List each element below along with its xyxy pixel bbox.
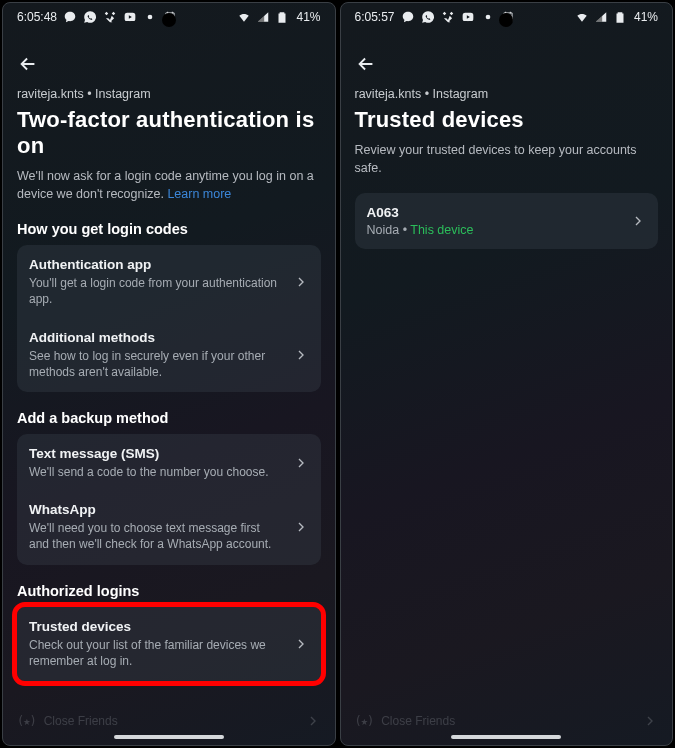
star-icon: (★) — [17, 714, 36, 728]
breadcrumb: raviteja.knts • Instagram — [355, 87, 659, 101]
tools-icon — [103, 10, 117, 24]
row-subtitle: We'll need you to choose text message fi… — [29, 520, 283, 552]
dot-separator: • — [399, 223, 410, 237]
status-time: 6:05:48 — [17, 10, 57, 24]
chevron-right-icon — [293, 347, 309, 363]
svg-point-0 — [148, 15, 153, 20]
row-subtitle: Check out your list of the familiar devi… — [29, 637, 283, 669]
back-button[interactable] — [17, 53, 39, 75]
row-title: Authentication app — [29, 257, 283, 272]
chevron-right-icon — [293, 455, 309, 471]
row-title: Text message (SMS) — [29, 446, 283, 461]
learn-more-link[interactable]: Learn more — [167, 187, 231, 201]
row-device[interactable]: A063 Noida • This device — [355, 193, 659, 249]
youtube-icon — [123, 10, 137, 24]
chevron-right-icon — [305, 713, 321, 729]
card-device: A063 Noida • This device — [355, 193, 659, 249]
status-time: 6:05:57 — [355, 10, 395, 24]
row-additional-methods[interactable]: Additional methods See how to log in sec… — [17, 320, 321, 392]
page-title: Trusted devices — [355, 107, 659, 133]
row-subtitle: We'll send a code to the number you choo… — [29, 464, 283, 480]
signal-icon — [256, 10, 270, 24]
nav-pill[interactable] — [451, 735, 561, 739]
nav-pill[interactable] — [114, 735, 224, 739]
row-sms[interactable]: Text message (SMS) We'll send a code to … — [17, 434, 321, 492]
section-authorized-logins: Authorized logins — [17, 583, 321, 599]
youtube-icon — [461, 10, 475, 24]
camera-punch — [499, 13, 513, 27]
battery-percent: 41% — [296, 10, 320, 24]
device-name: A063 — [367, 205, 621, 220]
phone-right: 6:05:57 41% raviteja.knts • Instagram Tr… — [340, 2, 674, 746]
signal-icon — [594, 10, 608, 24]
dot-icon — [143, 10, 157, 24]
camera-punch — [162, 13, 176, 27]
page-description: We'll now ask for a login code anytime y… — [17, 167, 321, 203]
section-backup-method: Add a backup method — [17, 410, 321, 426]
screen-content: raviteja.knts • Instagram Trusted device… — [341, 31, 673, 745]
faint-overlay-row: (★) Close Friends — [341, 713, 673, 729]
chevron-right-icon — [630, 213, 646, 229]
svg-point-1 — [485, 15, 490, 20]
chat-icon — [63, 10, 77, 24]
tools-icon — [441, 10, 455, 24]
row-title: Trusted devices — [29, 619, 283, 634]
this-device-label: This device — [410, 223, 473, 237]
card-backup-methods: Text message (SMS) We'll send a code to … — [17, 434, 321, 565]
wifi-icon — [237, 10, 251, 24]
card-trusted-devices: Trusted devices Check out your list of t… — [17, 607, 321, 681]
star-icon: (★) — [355, 714, 374, 728]
screen-content: raviteja.knts • Instagram Two-factor aut… — [3, 31, 335, 745]
battery-percent: 41% — [634, 10, 658, 24]
card-login-codes: Authentication app You'll get a login co… — [17, 245, 321, 392]
page-description: Review your trusted devices to keep your… — [355, 141, 659, 177]
whatsapp-icon — [83, 10, 97, 24]
chat-icon — [401, 10, 415, 24]
row-whatsapp[interactable]: WhatsApp We'll need you to choose text m… — [17, 492, 321, 564]
chevron-right-icon — [642, 713, 658, 729]
row-authentication-app[interactable]: Authentication app You'll get a login co… — [17, 245, 321, 319]
faint-label: Close Friends — [381, 714, 455, 728]
battery-icon — [275, 10, 289, 24]
phone-left: 6:05:48 41% raviteja.knts • Instagram Tw… — [2, 2, 336, 746]
device-subtitle: Noida • This device — [367, 223, 621, 237]
faint-label: Close Friends — [44, 714, 118, 728]
breadcrumb: raviteja.knts • Instagram — [17, 87, 321, 101]
row-subtitle: See how to log in securely even if your … — [29, 348, 283, 380]
chevron-right-icon — [293, 636, 309, 652]
section-login-codes: How you get login codes — [17, 221, 321, 237]
row-title: WhatsApp — [29, 502, 283, 517]
chevron-right-icon — [293, 274, 309, 290]
row-subtitle: You'll get a login code from your authen… — [29, 275, 283, 307]
battery-icon — [613, 10, 627, 24]
row-title: Additional methods — [29, 330, 283, 345]
back-button[interactable] — [355, 53, 377, 75]
dot-icon — [481, 10, 495, 24]
row-trusted-devices[interactable]: Trusted devices Check out your list of t… — [17, 607, 321, 681]
whatsapp-icon — [421, 10, 435, 24]
page-title: Two-factor authentication is on — [17, 107, 321, 159]
device-location: Noida — [367, 223, 400, 237]
wifi-icon — [575, 10, 589, 24]
faint-overlay-row: (★) Close Friends — [3, 713, 335, 729]
page-desc-text: We'll now ask for a login code anytime y… — [17, 169, 314, 201]
chevron-right-icon — [293, 519, 309, 535]
